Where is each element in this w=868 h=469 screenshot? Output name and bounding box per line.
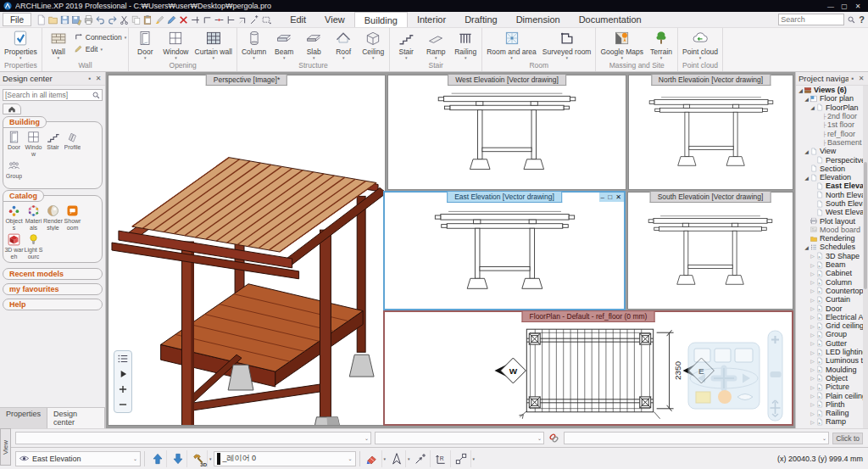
zoom-out-icon[interactable] bbox=[117, 399, 129, 410]
pen-icon[interactable] bbox=[166, 14, 177, 25]
pin-icon[interactable]: ▪ bbox=[849, 75, 857, 82]
tree-item-1st-floor[interactable]: ├1st floor bbox=[796, 120, 863, 129]
design-center-item-materials[interactable]: Materials bbox=[24, 204, 43, 231]
trim-icon[interactable] bbox=[190, 14, 201, 25]
query-icon[interactable] bbox=[249, 14, 260, 25]
design-center-item-showroom[interactable]: Showroom bbox=[63, 204, 82, 231]
collapse-arrow-icon[interactable]: ▷ bbox=[810, 314, 815, 320]
corner-icon[interactable] bbox=[202, 14, 213, 25]
design-center-item-objects[interactable]: Objects bbox=[4, 204, 24, 231]
collapse-arrow-icon[interactable]: ▷ bbox=[810, 271, 815, 276]
ribbon-button-terrain[interactable]: Terrain▾ bbox=[647, 29, 676, 60]
ribbon-button-room-and-area[interactable]: Room and area▾ bbox=[484, 29, 539, 60]
north-arrow-button[interactable] bbox=[387, 450, 406, 467]
ribbon-button-stair[interactable]: Stair▾ bbox=[392, 29, 420, 60]
tree-item-picture[interactable]: ▷aPicture bbox=[796, 382, 863, 391]
collapse-arrow-icon[interactable]: ▷ bbox=[810, 393, 815, 399]
tree-item-plot-layout[interactable]: Plot layout bbox=[796, 216, 863, 225]
viewport-north-tab[interactable]: North Elevatioin [Vector drawing] bbox=[651, 75, 771, 86]
window-maximize-button[interactable]: ▢ bbox=[837, 3, 851, 10]
viewport-perspective-tab[interactable]: Perspective [Image]* bbox=[206, 75, 287, 86]
collapse-arrow-icon[interactable]: ▷ bbox=[810, 253, 815, 259]
tree-item-railing[interactable]: ▷aRailing bbox=[796, 409, 863, 417]
window-minimize-button[interactable]: — bbox=[824, 3, 837, 10]
ribbon-button-properties[interactable]: Properties▾ bbox=[2, 29, 40, 60]
ribbon-button-edit[interactable]: Edit▾ bbox=[74, 44, 127, 53]
tree-item-north-elevatioin[interactable]: North Elevatioin bbox=[796, 191, 863, 199]
previous-view-button[interactable] bbox=[148, 450, 167, 467]
ribbon-button-ramp[interactable]: Ramp▾ bbox=[421, 29, 450, 60]
undo-icon[interactable] bbox=[95, 14, 106, 25]
ribbon-button-door[interactable]: Door▾ bbox=[131, 29, 159, 60]
layer-selector[interactable]: _레이어 0 ⌄ bbox=[214, 451, 356, 466]
help-button[interactable]: ? bbox=[859, 14, 865, 25]
expand-arrow-icon[interactable]: ◢ bbox=[804, 148, 810, 154]
command-option-select[interactable]: ⌄ bbox=[375, 432, 544, 444]
ribbon-button-ceiling[interactable]: Ceiling▾ bbox=[359, 29, 387, 60]
tree-item-column[interactable]: ▷aColumn bbox=[796, 278, 863, 287]
collapse-arrow-icon[interactable]: ▷ bbox=[810, 323, 815, 329]
eraser-dropdown[interactable]: ▾ bbox=[384, 456, 387, 461]
tree-item-perspecitve[interactable]: Perspecitve bbox=[796, 155, 863, 164]
menu-tab-interior[interactable]: Interior bbox=[408, 12, 455, 27]
window-close-button[interactable]: ✕ bbox=[851, 3, 865, 10]
print-icon[interactable] bbox=[83, 14, 94, 25]
search-input[interactable] bbox=[778, 14, 844, 25]
tree-item-cabinet[interactable]: ▷aCabinet bbox=[796, 269, 863, 277]
tree-item-elevation[interactable]: ◢Elevation bbox=[796, 173, 863, 181]
ribbon-button-roof[interactable]: Roof▾ bbox=[329, 29, 358, 60]
home-tab[interactable] bbox=[3, 103, 21, 114]
north-dropdown[interactable]: ▾ bbox=[408, 456, 410, 461]
view-menu-icon[interactable] bbox=[117, 353, 129, 365]
play-icon[interactable] bbox=[117, 368, 129, 380]
tree-item-group[interactable]: ▷aGroup bbox=[796, 330, 863, 338]
collapse-arrow-icon[interactable]: ▷ bbox=[810, 349, 815, 355]
collapse-arrow-icon[interactable]: ▷ bbox=[810, 419, 815, 425]
expand-arrow-icon[interactable]: ◢ bbox=[804, 175, 810, 181]
tree-item-east-elevation[interactable]: East Elevation bbox=[796, 181, 863, 190]
tree-item-basement[interactable]: ├Basement bbox=[796, 138, 863, 147]
open-folder-icon[interactable] bbox=[47, 14, 58, 25]
ribbon-button-google-maps[interactable]: Google Maps▾ bbox=[598, 29, 646, 60]
tree-item-beam[interactable]: ▷aBeam bbox=[796, 260, 863, 269]
viewport-west-elevation[interactable]: West Elevatioin [Vector drawing] bbox=[387, 75, 626, 190]
save-as-icon[interactable] bbox=[71, 14, 82, 25]
section-label[interactable]: Building bbox=[3, 116, 47, 128]
tree-item-views-6[interactable]: ◢Views (6) bbox=[796, 86, 863, 94]
viewport-west-tab[interactable]: West Elevatioin [Vector drawing] bbox=[448, 75, 566, 86]
ribbon-button-curtain-wall[interactable]: Curtain wall▾ bbox=[192, 29, 235, 60]
viewport-floorplan[interactable]: FloorPlan - Default - ref_floor (0 mm) 2… bbox=[383, 310, 793, 426]
tree-item-electrical-access[interactable]: ▷aElectrical Access bbox=[796, 313, 863, 321]
viewport-minimize-button[interactable]: – bbox=[601, 193, 605, 201]
tree-item-view[interactable]: ◢View bbox=[796, 147, 863, 155]
node-dropdown[interactable]: ▾ bbox=[473, 456, 476, 461]
design-center-section-help[interactable]: Help bbox=[3, 299, 103, 310]
tree-item-door[interactable]: ▷aDoor bbox=[796, 304, 863, 312]
design-center-item-window[interactable]: Window bbox=[24, 130, 43, 157]
menu-tab-documentation[interactable]: Documentation bbox=[570, 12, 651, 27]
collapse-arrow-icon[interactable]: ▷ bbox=[810, 340, 815, 346]
collapse-arrow-icon[interactable]: ▷ bbox=[810, 262, 815, 268]
tree-item-moulding[interactable]: ▷aMoulding bbox=[796, 366, 863, 374]
corner2-icon[interactable] bbox=[237, 14, 248, 25]
ribbon-button-slab[interactable]: Slab▾ bbox=[299, 29, 328, 60]
viewport-perspective[interactable]: Perspective [Image]* bbox=[108, 75, 386, 426]
collapse-arrow-icon[interactable]: ▷ bbox=[810, 332, 815, 338]
tree-item-ramp[interactable]: ▷aRamp bbox=[796, 417, 863, 426]
cut-icon[interactable] bbox=[119, 14, 130, 25]
box-select-icon[interactable] bbox=[261, 14, 272, 25]
tree-item-gutter[interactable]: ▷aGutter bbox=[796, 339, 863, 348]
tree-item-led-lighting[interactable]: ▷aLED lighting bbox=[796, 348, 863, 356]
menu-tab-edit[interactable]: Edit bbox=[281, 12, 315, 27]
ribbon-button-beam[interactable]: Beam▾ bbox=[270, 29, 298, 60]
tree-item-plain-ceiling[interactable]: ▷aPlain ceiling bbox=[796, 391, 863, 399]
design-center-item-light-sourc[interactable]: Light Sourc bbox=[24, 232, 43, 260]
drawing-area[interactable]: Perspective [Image]* bbox=[106, 72, 795, 428]
paste-icon[interactable] bbox=[142, 14, 153, 25]
extend-icon[interactable] bbox=[225, 14, 236, 25]
viewport-close-button[interactable]: ✕ bbox=[615, 193, 622, 201]
ribbon-button-wall[interactable]: Wall▾ bbox=[44, 29, 73, 60]
design-center-item-3d-wareh[interactable]: 3D wareh bbox=[4, 232, 24, 260]
design-center-section-my-favourites[interactable]: my favourites bbox=[3, 283, 103, 295]
viewport-east-tab[interactable]: East Elevation [Vector drawing] bbox=[447, 192, 562, 203]
